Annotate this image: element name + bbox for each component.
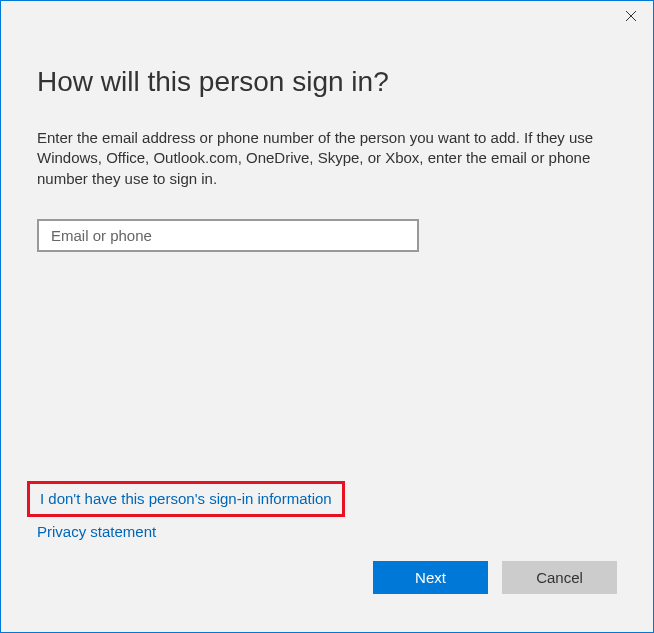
spacer <box>37 252 617 481</box>
close-icon <box>626 11 636 21</box>
add-user-dialog: How will this person sign in? Enter the … <box>0 0 654 633</box>
close-button[interactable] <box>608 1 653 31</box>
highlight-box: I don't have this person's sign-in infor… <box>27 481 345 517</box>
titlebar <box>1 1 653 31</box>
no-sign-in-info-link[interactable]: I don't have this person's sign-in infor… <box>40 490 332 507</box>
dialog-title: How will this person sign in? <box>37 66 617 98</box>
dialog-description: Enter the email address or phone number … <box>37 128 617 189</box>
next-button[interactable]: Next <box>373 561 488 594</box>
cancel-button[interactable]: Cancel <box>502 561 617 594</box>
dialog-footer: Next Cancel <box>1 561 653 632</box>
links-section: I don't have this person's sign-in infor… <box>37 481 617 541</box>
email-or-phone-input[interactable] <box>37 219 419 252</box>
dialog-content: How will this person sign in? Enter the … <box>1 31 653 561</box>
privacy-statement-link[interactable]: Privacy statement <box>37 523 156 540</box>
